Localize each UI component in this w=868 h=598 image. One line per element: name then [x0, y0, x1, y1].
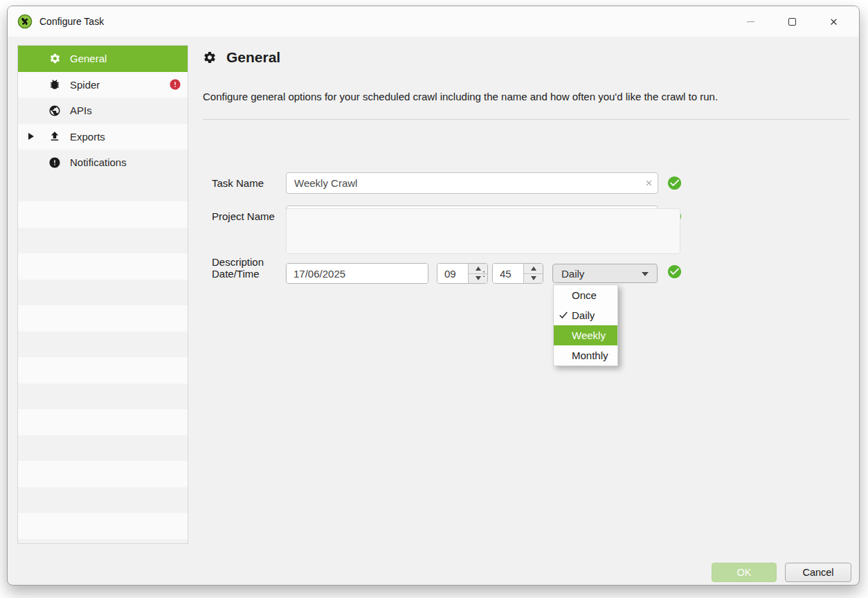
frequency-selected-value: Daily — [561, 268, 584, 280]
gear-icon — [203, 51, 217, 64]
valid-check-icon — [667, 264, 682, 280]
menu-item-label: Weekly — [572, 329, 606, 341]
page-heading: General — [203, 49, 280, 66]
maximize-button[interactable] — [780, 11, 804, 32]
window-title: Configure Task — [39, 16, 104, 27]
page-description: Configure general options for your sched… — [203, 91, 841, 102]
menu-item-daily[interactable]: Daily — [554, 305, 617, 325]
upload-icon — [48, 130, 61, 143]
description-label: Description — [212, 256, 264, 268]
hour-input[interactable] — [437, 264, 468, 283]
menu-item-label: Once — [572, 289, 597, 301]
maximize-icon — [788, 18, 796, 26]
close-button[interactable] — [822, 11, 845, 32]
spin-up-icon — [476, 266, 481, 271]
minimize-button[interactable] — [739, 11, 762, 32]
datetime-label: Date/Time — [212, 268, 260, 280]
globe-icon — [48, 105, 61, 117]
task-name-input[interactable] — [287, 177, 640, 189]
chevron-down-icon — [642, 272, 649, 276]
divider — [203, 119, 849, 120]
title-bar: Configure Task — [8, 6, 859, 37]
alert-icon — [48, 156, 61, 169]
expand-arrow-icon[interactable] — [28, 133, 34, 140]
sidebar-item-label: Spider — [70, 79, 100, 91]
sidebar-item-apis[interactable]: APIs — [18, 98, 188, 124]
sidebar-item-label: Exports — [70, 131, 105, 143]
check-icon — [559, 310, 568, 320]
sidebar: General Spider APIs Exports Notification… — [17, 45, 188, 544]
minute-up-button[interactable] — [524, 264, 543, 273]
cancel-button[interactable]: Cancel — [785, 563, 851, 582]
minute-down-button[interactable] — [524, 273, 543, 284]
minute-input[interactable] — [493, 264, 523, 283]
frequency-menu: Once Daily Weekly Monthly — [553, 284, 618, 366]
spin-down-icon — [476, 276, 481, 280]
sidebar-item-exports[interactable]: Exports — [18, 124, 188, 150]
date-field — [286, 263, 428, 284]
frequency-dropdown[interactable]: Daily — [552, 264, 658, 283]
task-name-label: Task Name — [212, 177, 264, 189]
ok-button[interactable]: OK — [712, 563, 777, 582]
minute-spinner — [492, 263, 543, 284]
menu-item-label: Monthly — [572, 350, 608, 361]
valid-check-icon — [667, 175, 682, 191]
sidebar-item-label: General — [70, 53, 107, 64]
configure-task-dialog: Configure Task General Spider APIs Expor… — [7, 6, 860, 586]
description-textarea[interactable] — [286, 208, 680, 254]
menu-item-once[interactable]: Once — [554, 285, 617, 305]
date-input[interactable] — [287, 264, 428, 283]
sidebar-item-label: APIs — [70, 105, 92, 116]
hour-spinner — [437, 263, 488, 284]
sidebar-empty-rows — [18, 176, 188, 544]
task-name-field — [286, 172, 658, 194]
sidebar-item-label: Notifications — [70, 156, 127, 168]
page-title: General — [226, 49, 280, 66]
spin-down-icon — [531, 276, 536, 280]
menu-item-monthly[interactable]: Monthly — [554, 345, 617, 365]
close-icon — [829, 17, 839, 27]
sidebar-item-general[interactable]: General — [18, 46, 188, 72]
sidebar-item-notifications[interactable]: Notifications — [18, 150, 188, 176]
minimize-icon — [747, 21, 754, 22]
menu-item-weekly[interactable]: Weekly — [554, 325, 617, 345]
spider-icon — [48, 78, 61, 91]
time-separator: : — [482, 267, 485, 279]
menu-item-label: Daily — [572, 309, 595, 321]
spin-up-icon — [531, 266, 536, 271]
clear-icon[interactable] — [640, 173, 658, 193]
app-icon-frog — [17, 14, 33, 29]
error-badge-icon — [169, 78, 181, 91]
project-name-label: Project Name — [212, 210, 275, 222]
sidebar-item-spider[interactable]: Spider — [18, 72, 188, 98]
gear-icon — [48, 53, 61, 65]
main-panel: General Configure general options for yo… — [195, 37, 859, 585]
